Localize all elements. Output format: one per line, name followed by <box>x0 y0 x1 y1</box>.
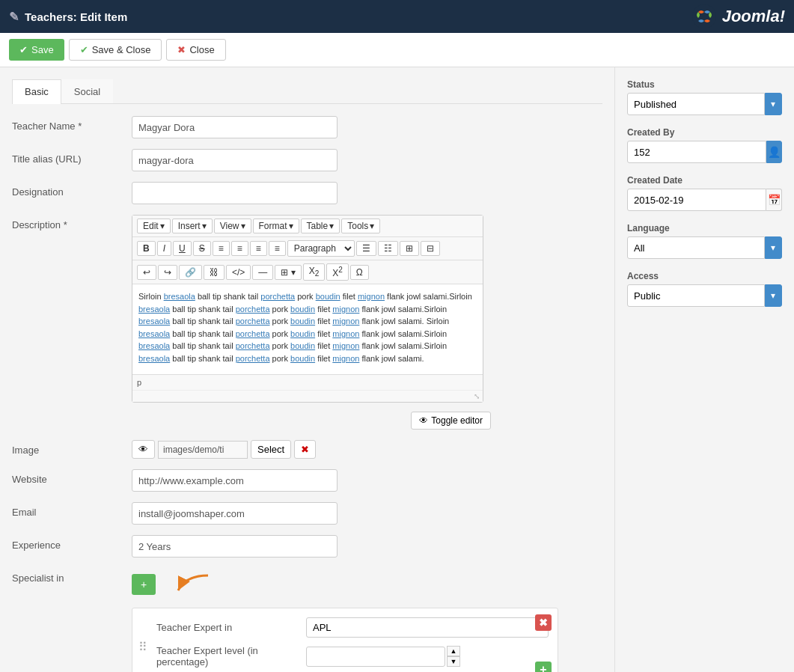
expert-level-up-btn[interactable]: ▲ <box>447 646 460 656</box>
editor-align-justify-btn[interactable]: ≡ <box>269 241 286 256</box>
editor-paragraph-select[interactable]: Paragraph <box>287 240 355 257</box>
editor-menu-view[interactable]: View ▾ <box>214 219 251 233</box>
language-dropdown-arrow[interactable]: ▾ <box>765 236 782 259</box>
email-input[interactable] <box>132 502 338 525</box>
image-remove-button[interactable]: ✖ <box>294 440 316 459</box>
expert-in-input[interactable] <box>306 617 549 638</box>
experience-input[interactable] <box>132 535 338 558</box>
status-label: Status <box>627 79 782 90</box>
editor-menu-insert[interactable]: Insert ▾ <box>172 219 213 233</box>
image-select-button[interactable]: Select <box>251 440 291 459</box>
image-group: Image 👁 images/demo/ti Select ✖ <box>12 440 602 459</box>
editor-tag: p <box>137 378 141 387</box>
designation-input[interactable] <box>132 182 338 204</box>
editor-menu-edit[interactable]: Edit ▾ <box>137 219 171 233</box>
description-label: Description * <box>12 215 132 230</box>
close-x-icon: ✖ <box>177 44 186 55</box>
expert-in-label: Teacher Expert in <box>156 622 306 633</box>
teacher-name-group: Teacher Name * <box>12 116 602 138</box>
access-select-wrapper: Public Registered Special ▾ <box>627 284 782 307</box>
editor-ol-btn[interactable]: ☷ <box>378 241 398 256</box>
editor-menu-tools[interactable]: Tools ▾ <box>341 219 380 233</box>
eye-icon: 👁 <box>419 415 428 426</box>
app-title-area: ✎ Teachers: Edit Item <box>9 10 127 24</box>
expert-level-down-btn[interactable]: ▼ <box>447 656 460 667</box>
created-by-label: Created By <box>627 127 782 138</box>
editor-resize-handle[interactable]: ⤡ <box>474 392 480 400</box>
tab-social[interactable]: Social <box>61 79 113 103</box>
main-layout: Basic Social Teacher Name * Title alias … <box>0 67 794 672</box>
created-date-input[interactable] <box>627 189 766 211</box>
editor-menu-table[interactable]: Table ▾ <box>301 219 340 233</box>
status-select[interactable]: Published Unpublished Archived Trashed <box>627 93 765 115</box>
editor-menu-format[interactable]: Format ▾ <box>253 219 299 233</box>
access-select[interactable]: Public Registered Special <box>627 284 765 307</box>
editor-code-btn[interactable]: </> <box>226 265 251 280</box>
editor-table-insert-btn[interactable]: ⊞ ▾ <box>275 265 301 280</box>
editor-unlink-btn[interactable]: ⛓ <box>204 265 225 280</box>
image-preview-button[interactable]: 👁 <box>132 440 155 459</box>
editor-undo-btn[interactable]: ↩ <box>137 265 156 280</box>
access-section: Access Public Registered Special ▾ <box>627 271 782 307</box>
editor-align-right-btn[interactable]: ≡ <box>250 241 267 256</box>
add-row-button[interactable]: + <box>535 662 552 672</box>
access-dropdown-arrow[interactable]: ▾ <box>765 284 782 307</box>
editor-link-btn[interactable]: 🔗 <box>179 265 202 280</box>
website-input[interactable] <box>132 469 338 492</box>
top-bar: ✎ Teachers: Edit Item Joomla! <box>0 0 794 33</box>
editor-align-center-btn[interactable]: ≡ <box>231 241 248 256</box>
editor-align-left-btn[interactable]: ≡ <box>213 241 230 256</box>
toggle-editor-button[interactable]: 👁 Toggle editor <box>411 412 491 430</box>
editor-redo-btn[interactable]: ↪ <box>158 265 177 280</box>
save-close-button[interactable]: ✔ Save & Close <box>69 39 162 61</box>
website-label: Website <box>12 469 132 485</box>
editor-sub-btn[interactable]: X2 <box>303 263 326 280</box>
editor-content[interactable]: Sirloin bresaola ball tip shank tail por… <box>132 284 483 374</box>
editor-indent-less-btn[interactable]: ⊞ <box>400 241 419 256</box>
editor-ul-btn[interactable]: ☰ <box>356 241 376 256</box>
editor-bold-btn[interactable]: B <box>137 241 156 256</box>
designation-group: Designation <box>12 182 602 204</box>
close-button[interactable]: ✖ Close <box>166 39 225 61</box>
specialist-remove-button[interactable]: ✖ <box>535 614 552 631</box>
title-alias-group: Title alias (URL) <box>12 149 602 171</box>
editor-footer: p <box>132 374 483 390</box>
created-by-user-btn[interactable]: 👤 <box>766 141 782 163</box>
editor-special-char-btn[interactable]: Ω <box>350 265 369 280</box>
title-alias-input[interactable] <box>132 149 338 171</box>
created-by-input[interactable] <box>627 141 766 163</box>
content-area: Basic Social Teacher Name * Title alias … <box>0 67 614 672</box>
editor-hr-btn[interactable]: — <box>252 265 273 280</box>
description-group: Description * Edit ▾ Insert ▾ View ▾ For… <box>12 215 602 430</box>
language-select[interactable]: All <box>627 236 765 259</box>
created-date-calendar-btn[interactable]: 📅 <box>766 189 782 211</box>
expert-level-input[interactable] <box>306 647 445 667</box>
save-button[interactable]: ✔ Save <box>9 39 64 61</box>
joomla-text: Joomla! <box>722 7 785 26</box>
editor-sup-btn[interactable]: X2 <box>326 263 349 281</box>
created-date-section: Created Date 📅 <box>627 175 782 211</box>
editor-underline-btn[interactable]: U <box>173 241 192 256</box>
teacher-name-input[interactable] <box>132 116 338 138</box>
add-specialist-button[interactable]: + <box>132 574 156 595</box>
website-group: Website <box>12 469 602 492</box>
specialist-card: ⠿ ✖ Teacher Expert in Teacher Expert lev… <box>132 608 558 672</box>
save-close-label: Save & Close <box>92 44 151 55</box>
status-dropdown-arrow[interactable]: ▾ <box>765 93 782 115</box>
language-section: Language All ▾ <box>627 223 782 259</box>
toolbar: ✔ Save ✔ Save & Close ✖ Close <box>0 33 794 67</box>
image-path: images/demo/ti <box>158 441 248 459</box>
edit-icon: ✎ <box>9 10 19 24</box>
specialist-label: Specialist in <box>12 568 132 584</box>
editor-italic-btn[interactable]: I <box>157 241 171 256</box>
arrow-annotation <box>171 568 216 600</box>
editor-strike-btn[interactable]: S <box>193 241 211 256</box>
drag-handle[interactable]: ⠿ <box>138 639 147 653</box>
editor-indent-more-btn[interactable]: ⊟ <box>421 241 440 256</box>
expert-level-spinner: ▲ ▼ <box>447 646 460 667</box>
tab-basic[interactable]: Basic <box>12 79 61 104</box>
language-select-wrapper: All ▾ <box>627 236 782 259</box>
joomla-icon <box>691 3 718 30</box>
add-row-icon: + <box>540 663 546 672</box>
save-label: Save <box>31 44 54 55</box>
